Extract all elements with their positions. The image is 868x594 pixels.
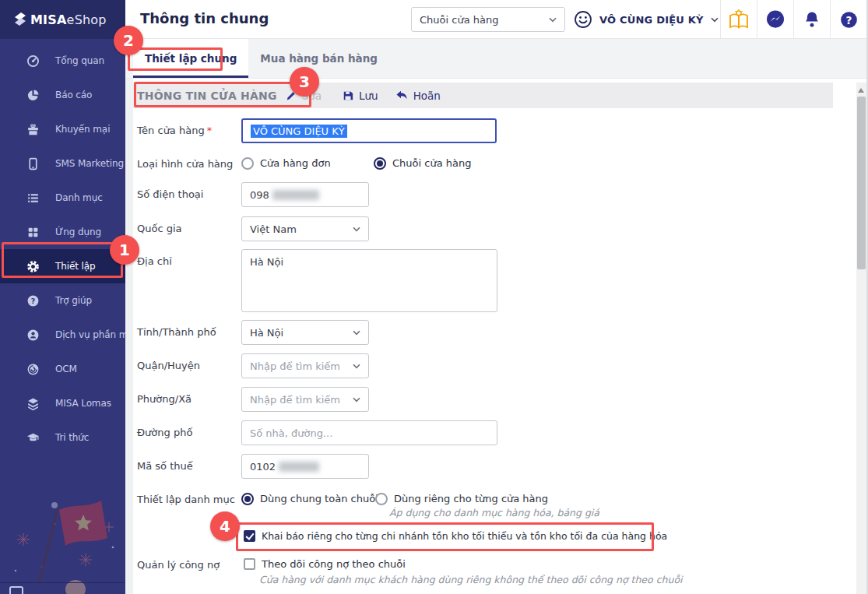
radio-icon	[375, 493, 388, 505]
help-button[interactable]: ?	[830, 0, 866, 39]
chevron-down-icon	[711, 17, 719, 23]
radio-dung-rieng[interactable]: Dùng riêng cho từng cửa hàng	[375, 492, 548, 505]
field-phone: Số điện thoại 098	[137, 182, 369, 207]
svg-text:?: ?	[31, 296, 36, 304]
checkbox-icon	[244, 558, 255, 570]
user-menu[interactable]: VÔ CÙNG DIỆU KỲ	[574, 0, 719, 39]
sidebar-item-ocm[interactable]: OCM	[0, 352, 125, 386]
store-name-input[interactable]: VÔ CÙNG DIỆU KỲ	[241, 118, 497, 143]
field-catalog-setting: Thiết lập danh mục Dùng chung toàn chuỗi…	[137, 492, 548, 505]
undo-button[interactable]: Hoãn	[395, 90, 441, 102]
header-icon-bar: ?	[720, 0, 866, 39]
list-icon	[26, 192, 42, 205]
tips-button[interactable]	[720, 0, 757, 39]
swirl-icon	[26, 363, 42, 376]
layers-icon	[26, 397, 42, 410]
district-select[interactable]: Nhập để tìm kiếm	[241, 353, 369, 378]
settings-tabbar: Thiết lập chung Mua hàng bán hàng	[125, 39, 868, 79]
sidebar-item-tro-giup[interactable]: ? Trợ giúp	[0, 283, 125, 318]
brand-name: MISAeShop	[30, 12, 107, 27]
section-title: THÔNG TIN CỬA HÀNG	[137, 90, 277, 102]
field-store-name: Tên cửa hàng* VÔ CÙNG DIỆU KỲ	[137, 118, 497, 143]
store-scope-select[interactable]: Chuỗi cửa hàng	[411, 7, 565, 32]
sidebar-item-thiet-lap[interactable]: Thiết lập	[0, 249, 125, 283]
save-button[interactable]: Lưu	[343, 90, 378, 102]
sidebar-item-ung-dung[interactable]: Ứng dụng	[0, 215, 125, 249]
ward-select[interactable]: Nhập để tìm kiếm	[241, 387, 369, 412]
phone-icon	[26, 157, 42, 170]
sidebar: MISAeShop Tổng quan Báo cáo Khuyến mại S…	[0, 0, 125, 594]
tab-mua-hang-ban-hang[interactable]: Mua hàng bán hàng	[248, 39, 389, 78]
annotation-badge-2: 2	[114, 26, 143, 55]
scrollbar-up-arrow[interactable]	[858, 88, 864, 93]
cut-off-bottom-icon	[9, 586, 23, 594]
phone-input[interactable]: 098	[241, 182, 369, 207]
sidebar-item-tri-thuc[interactable]: Tri thức	[0, 420, 125, 455]
sidebar-item-misa-lomas[interactable]: MISA Lomas	[0, 386, 125, 420]
sidebar-item-sms-marketing[interactable]: SMS Marketing	[0, 146, 125, 181]
radio-dung-chung[interactable]: Dùng chung toàn chuỗi	[241, 492, 375, 505]
sidebar-item-danh-muc[interactable]: Danh mục	[0, 181, 125, 215]
store-scope-value: Chuỗi cửa hàng	[420, 14, 498, 26]
province-select[interactable]: Hà Nội	[241, 320, 369, 345]
debt-management-note: Cửa hàng với danh mục khách hàng dùng ri…	[259, 574, 683, 585]
chevron-down-icon	[549, 17, 557, 23]
chevron-down-icon	[353, 330, 360, 336]
chevron-down-icon	[353, 227, 360, 232]
sidebar-nav: Tổng quan Báo cáo Khuyến mại SMS Marketi…	[0, 39, 125, 455]
tax-code-input[interactable]: 0102	[241, 454, 369, 479]
field-district: Quận/Huyện Nhập để tìm kiếm	[137, 353, 369, 378]
field-province: Tỉnh/Thành phố Hà Nội	[137, 320, 369, 345]
field-store-type: Loại hình cửa hàng Cửa hàng đơn Chuỗi cử…	[137, 156, 471, 170]
checkbox-checked-icon	[244, 530, 255, 542]
top-header: Thông tin chung Chuỗi cửa hàng VÔ CÙNG D…	[125, 0, 868, 39]
radio-icon	[241, 157, 254, 170]
field-address: Địa chỉ Hà Nội	[137, 249, 497, 312]
sidebar-item-khuyen-mai[interactable]: Khuyến mại	[0, 112, 125, 146]
sidebar-item-bao-cao[interactable]: Báo cáo	[0, 78, 125, 112]
vertical-scrollbar[interactable]	[856, 83, 866, 594]
user-name: VÔ CÙNG DIỆU KỲ	[599, 14, 704, 26]
scrollbar-thumb[interactable]	[857, 97, 866, 269]
app-window: MISAeShop Tổng quan Báo cáo Khuyến mại S…	[0, 0, 868, 594]
chevron-down-icon	[353, 397, 360, 402]
graduation-cap-icon	[26, 431, 42, 445]
radio-checked-icon	[241, 493, 254, 505]
tab-thiet-lap-chung[interactable]: Thiết lập chung	[133, 39, 248, 78]
grid-icon	[26, 226, 42, 239]
address-textarea[interactable]: Hà Nội	[241, 249, 497, 312]
main-area: Thông tin chung Chuỗi cửa hàng VÔ CÙNG D…	[125, 0, 868, 594]
country-select[interactable]: Việt Nam	[241, 216, 369, 241]
save-floppy-icon	[343, 90, 353, 101]
brand-light: eShop	[67, 12, 107, 27]
annotation-badge-4: 4	[210, 511, 240, 541]
messenger-icon	[765, 9, 785, 30]
chevron-down-icon	[353, 364, 360, 369]
masked-digits	[272, 190, 319, 200]
annotation-badge-1: 1	[110, 235, 139, 265]
user-circle-icon	[26, 329, 42, 342]
branch-stock-checkbox[interactable]: Khai báo riêng cho từng chi nhánh tồn kh…	[241, 530, 667, 542]
sidebar-item-tong-quan[interactable]: Tổng quan	[0, 44, 125, 78]
field-ward: Phường/Xã Nhập để tìm kiếm	[137, 387, 369, 412]
field-country: Quốc gia Việt Nam	[137, 216, 369, 241]
page-title: Thông tin chung	[140, 10, 269, 26]
notification-bell-icon	[803, 10, 821, 29]
tips-icon	[728, 9, 750, 30]
street-input[interactable]: Số nhà, đường...	[241, 420, 497, 445]
app-logo[interactable]: MISAeShop	[0, 0, 125, 39]
sidebar-divider	[0, 582, 125, 583]
messenger-button[interactable]	[757, 0, 793, 39]
selected-text: VÔ CÙNG DIỆU KỲ	[251, 125, 347, 138]
notifications-button[interactable]	[793, 0, 830, 39]
help-circle-icon: ?	[26, 294, 42, 308]
annotation-badge-3: 3	[290, 67, 319, 97]
radio-cua-hang-don[interactable]: Cửa hàng đơn	[241, 156, 374, 170]
gear-icon	[26, 260, 42, 273]
debt-tracking-checkbox[interactable]: Theo dõi công nợ theo chuỗi	[241, 557, 406, 571]
field-street: Đường phố Số nhà, đường...	[137, 420, 497, 445]
svg-text:?: ?	[845, 13, 852, 26]
sidebar-item-dich-vu-phan-mem[interactable]: Dịch vụ phần mềm	[0, 318, 125, 352]
masked-digits	[279, 462, 319, 472]
radio-chuoi-cua-hang[interactable]: Chuỗi cửa hàng	[374, 156, 471, 170]
